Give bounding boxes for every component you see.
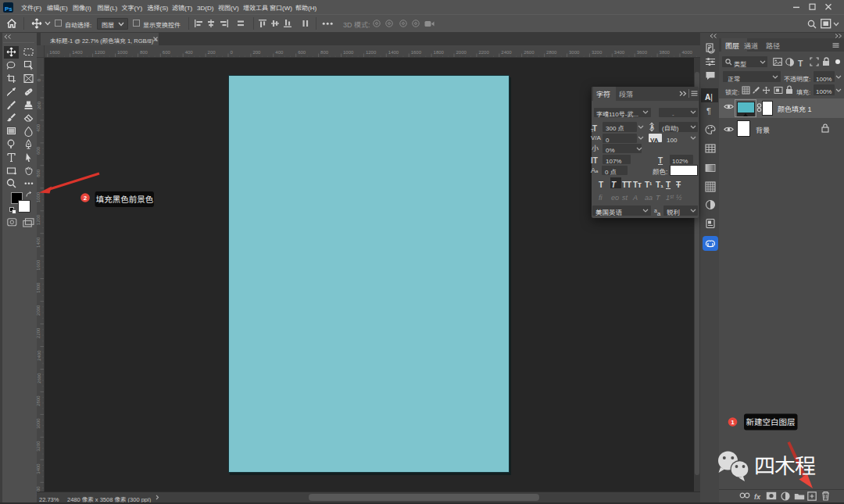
svg-text:新建空白图层: 新建空白图层 [746,416,796,427]
svg-text:四木程: 四木程 [754,449,815,480]
svg-text:1: 1 [731,419,735,426]
svg-text:2: 2 [84,195,88,202]
svg-text:填充黑色前景色: 填充黑色前景色 [96,193,154,205]
